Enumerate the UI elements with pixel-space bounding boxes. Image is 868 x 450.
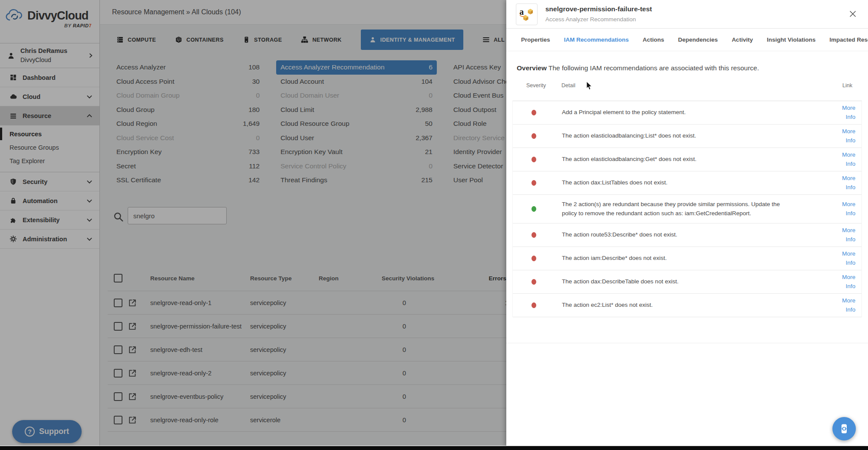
more-info-link[interactable]: More Info [834,273,861,291]
panel-tab-activity[interactable]: Activity [732,36,753,43]
severity-cell [513,206,554,212]
more-info-link[interactable]: More Info [834,296,861,315]
bottom-bar [0,446,868,450]
more-info-link[interactable]: More Info [834,226,861,244]
severity-cell [513,232,554,238]
panel-tab-impacted-resources[interactable]: Impacted Resources [829,36,868,43]
recommendation-detail: The 2 action(s) are redundant because th… [554,197,834,221]
severity-red-icon [531,157,536,162]
severity-red-icon [531,110,536,115]
severity-cell [513,110,554,115]
panel-tabs: PropertiesIAM RecommendationsActionsDepe… [506,29,868,51]
severity-green-icon [531,206,536,212]
severity-red-icon [531,133,536,139]
severity-red-icon [531,256,536,261]
modal-overlay[interactable] [0,0,506,446]
recommendation-detail: The action elasticloadbalancing:Get* doe… [554,151,834,167]
severity-column-header: Severity [526,82,546,89]
panel-subtitle: Access Analyzer Recommendation [545,16,636,23]
recommendation-detail: Add a Principal element to the policy st… [554,105,834,120]
recommendation-row: The action dax:DescribeTable does not ex… [513,270,861,294]
recommendation-detail: The action dax:ListTables does not exist… [554,175,834,191]
recommendation-row: The action elasticloadbalancing:Get* doe… [513,148,861,171]
more-info-link[interactable]: More Info [834,104,861,122]
panel-tab-insight-violations[interactable]: Insight Violations [767,36,815,43]
overview-text: The following IAM recommendations are as… [548,64,759,72]
recommendation-row: Add a Principal element to the policy st… [513,101,861,125]
recommendation-detail: The action ec2:List* does not exist. [554,297,834,313]
panel-tab-actions[interactable]: Actions [643,36,664,43]
more-info-link[interactable]: More Info [834,127,861,145]
severity-red-icon [531,302,536,308]
recommendation-row: The action dax:ListTables does not exist… [513,171,861,195]
severity-red-icon [531,180,536,186]
recommendation-row: The action ec2:List* does not exist.More… [513,294,861,317]
severity-cell [513,279,554,285]
severity-cell [513,302,554,308]
detail-column-header: Detail [561,82,575,89]
severity-cell [513,133,554,139]
more-info-link[interactable]: More Info [834,250,861,268]
panel-tab-iam-recommendations[interactable]: IAM Recommendations [564,36,629,43]
severity-red-icon [531,232,536,238]
overview-line: Overview The following IAM recommendatio… [517,64,759,72]
link-column-header: Link [842,82,852,89]
recommendation-row: The action iam:Describe* does not exist.… [513,247,861,270]
severity-red-icon [531,279,536,285]
more-info-link[interactable]: More Info [834,200,861,218]
recommendation-row: The action elasticloadbalancing:List* do… [513,125,861,148]
close-icon[interactable] [849,10,857,18]
aws-resource-icon: a [516,3,538,25]
recommendation-detail: The action route53:Describe* does not ex… [554,227,834,243]
recommendation-row: The 2 action(s) are redundant because th… [513,195,861,223]
panel-tab-dependencies[interactable]: Dependencies [678,36,718,43]
recommendation-detail: The action elasticloadbalancing:List* do… [554,128,834,144]
api-console-button[interactable] [832,417,856,440]
panel-end-divider [506,343,868,343]
code-brackets-icon [838,423,850,435]
severity-cell [513,157,554,162]
recommendation-column-headers: Severity Detail Link [506,82,868,90]
recommendation-row: The action route53:Describe* does not ex… [513,223,861,247]
recommendation-list: Add a Principal element to the policy st… [512,101,862,317]
more-info-link[interactable]: More Info [834,151,861,169]
panel-tab-properties[interactable]: Properties [521,36,550,43]
panel-header: a snelgrove-permission-failure-test Acce… [506,0,868,29]
resource-detail-panel: a snelgrove-permission-failure-test Acce… [506,0,868,446]
panel-title: snelgrove-permission-failure-test [545,5,652,13]
recommendation-detail: The action dax:DescribeTable does not ex… [554,274,834,289]
severity-cell [513,256,554,261]
overview-label: Overview [517,64,547,72]
recommendation-detail: The action iam:Describe* does not exist. [554,250,834,266]
severity-cell [513,180,554,186]
more-info-link[interactable]: More Info [834,174,861,192]
